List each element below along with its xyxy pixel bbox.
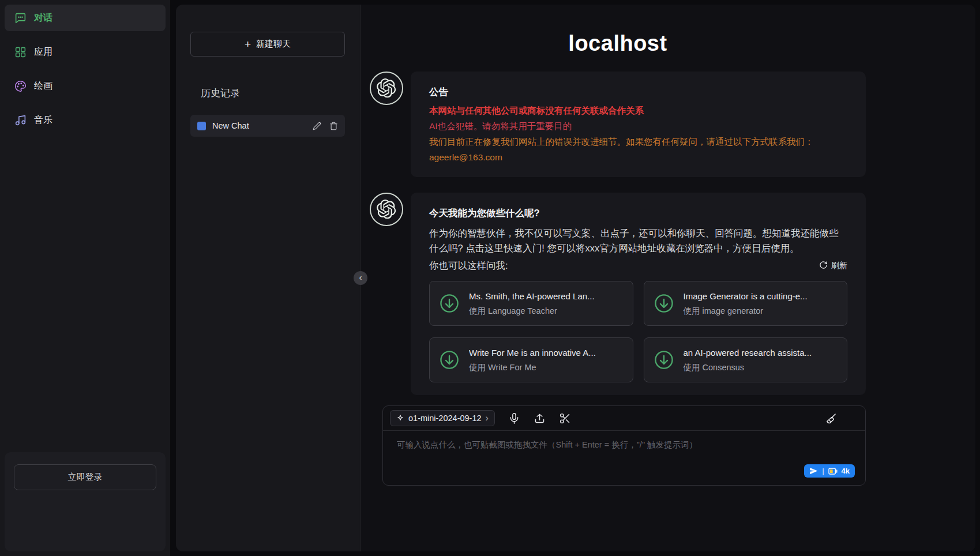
suggestion-title: an AI-powered research assista... (684, 347, 812, 359)
suggestion-title: Image Generator is a cutting-e... (684, 290, 808, 302)
send-icon (809, 467, 818, 475)
music-icon (14, 114, 27, 126)
welcome-bubble: 今天我能为您做些什么呢? 作为你的智慧伙伴，我不仅可以写文案、出点子，还可以和你… (411, 193, 866, 395)
suggestion-subtitle: 使用 image generator (684, 306, 808, 316)
app-root: 对话 应用 绘画 (0, 0, 980, 556)
sidebar-item-apps[interactable]: 应用 (5, 39, 166, 65)
badge-divider: | (822, 467, 824, 475)
suggestion-card[interactable]: an AI-powered research assista... 使用 Con… (644, 337, 848, 382)
clear-context-button[interactable] (825, 412, 838, 424)
sidebar: 对话 应用 绘画 (0, 0, 170, 556)
ask-hint: 你也可以这样问我: (429, 258, 508, 273)
upload-icon (534, 412, 546, 424)
suggestion-card[interactable]: Write For Me is an innovative A... 使用 Wr… (429, 337, 633, 382)
send-button[interactable]: | 4k (804, 464, 855, 478)
chat-square-icon (197, 122, 206, 130)
openai-avatar (370, 72, 403, 105)
mic-button[interactable] (508, 412, 520, 424)
chat-history-item[interactable]: New Chat (190, 115, 345, 137)
announcement-line: AI也会犯错。请勿将其用于重要目的 (429, 119, 847, 133)
chat-icon (14, 12, 27, 24)
message-input[interactable] (397, 439, 851, 475)
suggestion-texts: Write For Me is an innovative A... 使用 Wr… (469, 347, 596, 373)
sidebar-item-label: 应用 (34, 46, 52, 58)
collapse-panel-button[interactable]: ‹ (354, 271, 367, 285)
announcement-email[interactable]: ageerle@163.com (429, 151, 847, 164)
palette-icon (14, 80, 27, 92)
scissors-button[interactable] (559, 412, 571, 424)
upload-button[interactable] (534, 412, 546, 424)
message-welcome: 今天我能为您做些什么呢? 作为你的智慧伙伴，我不仅可以写文案、出点子，还可以和你… (370, 193, 866, 395)
model-selector[interactable]: o1-mini-2024-09-12 › (390, 410, 495, 426)
mic-icon (508, 412, 520, 424)
composer: o1-mini-2024-09-12 › (382, 405, 866, 486)
sidebar-item-music[interactable]: 音乐 (5, 107, 166, 133)
suggestion-texts: Ms. Smith, the AI-powered Lan... 使用 Lang… (469, 290, 595, 316)
input-zone: | 4k (383, 431, 865, 485)
scissors-icon (559, 412, 571, 424)
suggestion-title: Write For Me is an innovative A... (469, 347, 596, 359)
suggestion-subtitle: 使用 Consensus (684, 363, 812, 373)
arrow-down-circle-icon (653, 349, 675, 371)
suggestion-grid: Ms. Smith, the AI-powered Lan... 使用 Lang… (429, 281, 847, 382)
openai-logo-icon (377, 78, 396, 98)
suggestion-title: Ms. Smith, the AI-powered Lan... (469, 290, 595, 302)
token-count: 4k (842, 467, 850, 475)
plus-icon: + (245, 39, 251, 50)
login-panel: 立即登录 (5, 452, 166, 551)
sidebar-item-label: 音乐 (34, 114, 52, 126)
sidebar-item-label: 对话 (34, 12, 52, 24)
announcement-bubble: 公告 本网站与任何其他公司或商标没有任何关联或合作关系 AI也会犯错。请勿将其用… (411, 72, 866, 177)
model-icon (396, 414, 404, 422)
announcement-line: 本网站与任何其他公司或商标没有任何关联或合作关系 (429, 104, 847, 118)
composer-toolbar: o1-mini-2024-09-12 › (383, 406, 865, 431)
suggestion-texts: an AI-powered research assista... 使用 Con… (684, 347, 812, 373)
sidebar-item-label: 绘画 (34, 80, 52, 92)
chevron-right-icon: › (486, 414, 489, 423)
content-wrapper: + 新建聊天 历史记录 New Chat (176, 5, 975, 551)
openai-avatar (370, 193, 403, 226)
new-chat-label: 新建聊天 (256, 39, 291, 50)
welcome-title: 今天我能为您做些什么呢? (429, 205, 847, 220)
suggestion-subtitle: 使用 Write For Me (469, 363, 596, 373)
suggestion-card[interactable]: Ms. Smith, the AI-powered Lan... 使用 Lang… (429, 281, 633, 326)
history-title: 历史记录 (201, 87, 346, 100)
apps-icon (14, 46, 27, 58)
arrow-down-circle-icon (438, 349, 460, 371)
edit-icon[interactable] (313, 122, 321, 130)
announcement-title: 公告 (429, 84, 847, 99)
chat-item-title: New Chat (212, 121, 305, 130)
chat-main: localhost 公告 本网站与任何其他公司或商标没有任何关联或合作关系 AI… (361, 5, 975, 551)
battery-icon (828, 468, 838, 475)
suggestion-subtitle: 使用 Language Teacher (469, 306, 595, 316)
arrow-down-circle-icon (653, 292, 675, 314)
delete-icon[interactable] (329, 122, 338, 130)
refresh-button[interactable]: 刷新 (819, 259, 847, 272)
refresh-icon (819, 261, 828, 269)
sidebar-item-chat[interactable]: 对话 (5, 5, 166, 31)
openai-logo-icon (377, 200, 396, 219)
sidebar-item-draw[interactable]: 绘画 (5, 73, 166, 99)
arrow-down-circle-icon (438, 292, 460, 314)
message-announcement: 公告 本网站与任何其他公司或商标没有任何关联或合作关系 AI也会犯错。请勿将其用… (370, 72, 866, 177)
broom-icon (825, 412, 838, 424)
suggestion-card[interactable]: Image Generator is a cutting-e... 使用 ima… (644, 281, 848, 326)
login-button[interactable]: 立即登录 (14, 464, 156, 490)
new-chat-button[interactable]: + 新建聊天 (190, 32, 345, 57)
suggestion-texts: Image Generator is a cutting-e... 使用 ima… (684, 290, 808, 316)
chevron-left-icon: ‹ (359, 271, 362, 284)
ask-row: 你也可以这样问我: 刷新 (429, 258, 847, 273)
announcement-line: 我们目前正在修复我们网站上的错误并改进细节。如果您有任何疑问，请通过以下方式联系… (429, 135, 847, 149)
model-label: o1-mini-2024-09-12 (408, 414, 482, 423)
welcome-body: 作为你的智慧伙伴，我不仅可以写文案、出点子，还可以和你聊天、回答问题。想知道我还… (429, 226, 847, 256)
page-title: localhost (370, 31, 866, 56)
refresh-label: 刷新 (831, 259, 847, 272)
chat-list-panel: + 新建聊天 历史记录 New Chat (176, 5, 361, 551)
